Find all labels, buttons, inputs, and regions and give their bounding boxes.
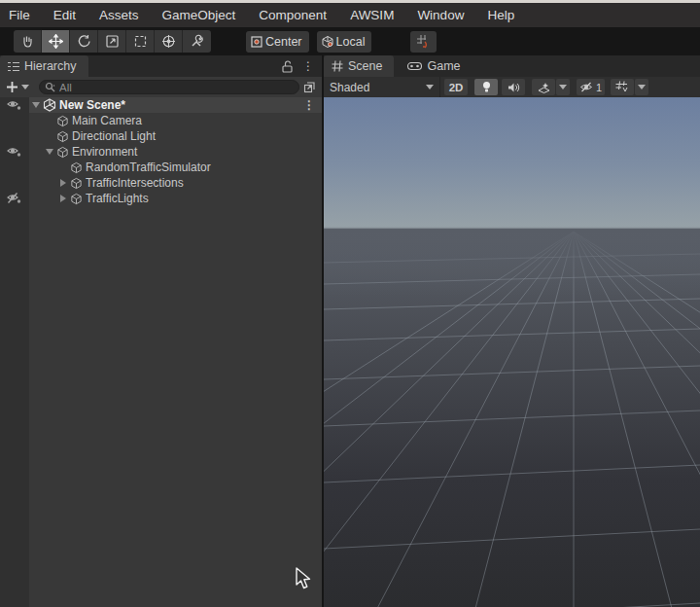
row-label: Environment: [72, 145, 137, 159]
unity-editor-window: File Edit Assets GameObject Component AW…: [0, 0, 700, 607]
toggle-2d-label: 2D: [449, 82, 464, 93]
grid-dropdown-arrow[interactable]: [635, 79, 648, 95]
hierarchy-tabbar: Hierarchy ⋮: [0, 55, 322, 77]
transform-tool-button[interactable]: [155, 30, 183, 53]
menu-gameobject[interactable]: GameObject: [162, 8, 236, 22]
gameobject-cube-icon: [56, 146, 69, 159]
visibility-toggle-trafficlights-off[interactable]: [0, 191, 29, 206]
hierarchy-tab-label: Hierarchy: [24, 59, 77, 73]
lightbulb-icon: [481, 81, 492, 93]
visibility-toggle-scene[interactable]: [0, 97, 29, 113]
hierarchy-row-environment[interactable]: Environment: [29, 144, 322, 160]
hierarchy-row-scene[interactable]: New Scene* ⋮: [29, 97, 322, 113]
expand-arrow[interactable]: [44, 149, 55, 155]
orientation-mode-button[interactable]: Local: [317, 31, 372, 53]
search-icon: [45, 82, 55, 92]
draw-mode-dropdown[interactable]: Shaded: [324, 77, 440, 97]
pivot-icon: [250, 35, 263, 49]
hand-icon: [20, 34, 35, 49]
menu-window[interactable]: Window: [417, 8, 464, 22]
horizon-haze: [324, 229, 700, 297]
rect-tool-icon: [133, 34, 148, 49]
hand-tool-button[interactable]: [14, 30, 42, 53]
chevron-down-icon: [426, 85, 434, 89]
hierarchy-search-input[interactable]: [59, 82, 294, 93]
local-axes-icon: [321, 35, 334, 49]
gameobject-cube-icon: [56, 115, 69, 127]
scene-visibility-gutter: [0, 97, 29, 607]
scene-picker-icon[interactable]: [303, 81, 316, 93]
scale-tool-button[interactable]: [98, 30, 126, 53]
row-label: New Scene*: [59, 98, 125, 112]
menu-assets[interactable]: Assets: [99, 8, 139, 22]
hierarchy-tree: New Scene* ⋮ Main Camera: [0, 97, 322, 607]
toggle-2d-button[interactable]: 2D: [444, 79, 468, 95]
grid-snap-button[interactable]: [410, 31, 437, 53]
transform-combined-icon: [161, 34, 176, 49]
hierarchy-panel: Hierarchy ⋮: [0, 55, 322, 607]
gameobject-cube-icon: [70, 161, 83, 174]
scene-panel: Scene Game Shaded 2D: [324, 55, 700, 607]
create-dropdown-arrow: [21, 85, 29, 89]
expand-arrow[interactable]: [30, 102, 42, 108]
move-tool-button[interactable]: [42, 30, 70, 53]
mouse-cursor: [295, 567, 314, 590]
grid-axis-icon: [615, 81, 629, 93]
expand-arrow[interactable]: [57, 179, 69, 187]
custom-tool-button[interactable]: [183, 30, 211, 53]
hierarchy-row-main-camera[interactable]: Main Camera: [29, 113, 322, 128]
menu-bar: File Edit Assets GameObject Component AW…: [0, 3, 700, 27]
scene-tab-label: Scene: [348, 59, 382, 73]
pivot-mode-button[interactable]: Center: [246, 31, 309, 53]
list-icon: [8, 61, 19, 72]
rotate-icon: [77, 34, 91, 49]
hierarchy-rows: New Scene* ⋮ Main Camera: [29, 97, 322, 607]
wrench-icon: [190, 34, 204, 49]
hierarchy-row-trafficintersections[interactable]: TrafficIntersections: [29, 175, 322, 191]
plus-icon: [6, 81, 18, 93]
main-toolbar: Center Local: [0, 27, 700, 55]
hierarchy-menu-kebab[interactable]: ⋮: [302, 59, 314, 73]
hierarchy-toolbar: [0, 77, 322, 97]
menu-file[interactable]: File: [9, 8, 30, 22]
rotate-tool-button[interactable]: [70, 30, 98, 53]
row-label: Main Camera: [72, 114, 142, 127]
scene-lighting-button[interactable]: [474, 79, 498, 95]
grid-snap-icon: [416, 34, 431, 49]
orientation-label: Local: [336, 35, 366, 49]
scene-effects-button[interactable]: [532, 79, 555, 95]
hierarchy-search-box[interactable]: [39, 80, 299, 94]
create-object-button[interactable]: [6, 81, 29, 93]
grid-visibility-button[interactable]: [611, 79, 634, 95]
draw-mode-label: Shaded: [330, 81, 369, 94]
menu-awsim[interactable]: AWSIM: [350, 8, 394, 22]
rect-tool-button[interactable]: [126, 30, 155, 53]
tab-scene[interactable]: Scene: [324, 55, 394, 77]
scene-audio-button[interactable]: [502, 79, 525, 95]
scene-view-toolbar: Shaded 2D: [324, 77, 700, 97]
scene-tabbar: Scene Game: [324, 55, 700, 77]
unlock-icon[interactable]: [282, 60, 293, 73]
menu-help[interactable]: Help: [487, 8, 514, 22]
hierarchy-row-randomtrafficsimulator[interactable]: RandomTrafficSimulator: [29, 160, 322, 175]
row-label: TrafficIntersections: [86, 176, 184, 190]
gameobject-cube-icon: [70, 193, 83, 205]
expand-arrow[interactable]: [57, 195, 69, 202]
chevron-down-icon: [638, 85, 646, 89]
hierarchy-row-trafficlights[interactable]: TrafficLights: [29, 191, 322, 206]
scene-viewport[interactable]: [324, 97, 700, 607]
menu-component[interactable]: Component: [259, 8, 327, 22]
row-label: RandomTrafficSimulator: [86, 161, 211, 174]
pivot-label: Center: [265, 35, 302, 49]
hidden-objects-button[interactable]: 1: [577, 79, 605, 95]
effects-dropdown-arrow[interactable]: [556, 79, 570, 95]
effects-icon: [538, 82, 550, 93]
scene-row-kebab[interactable]: ⋮: [303, 98, 315, 112]
gameobject-cube-icon: [56, 130, 69, 143]
tab-game[interactable]: Game: [400, 55, 472, 77]
menu-edit[interactable]: Edit: [53, 8, 76, 22]
visibility-toggle-environment[interactable]: [0, 144, 29, 160]
unity-scene-icon: [43, 98, 56, 112]
tab-hierarchy[interactable]: Hierarchy: [0, 55, 88, 77]
hierarchy-row-directional-light[interactable]: Directional Light: [29, 128, 322, 144]
